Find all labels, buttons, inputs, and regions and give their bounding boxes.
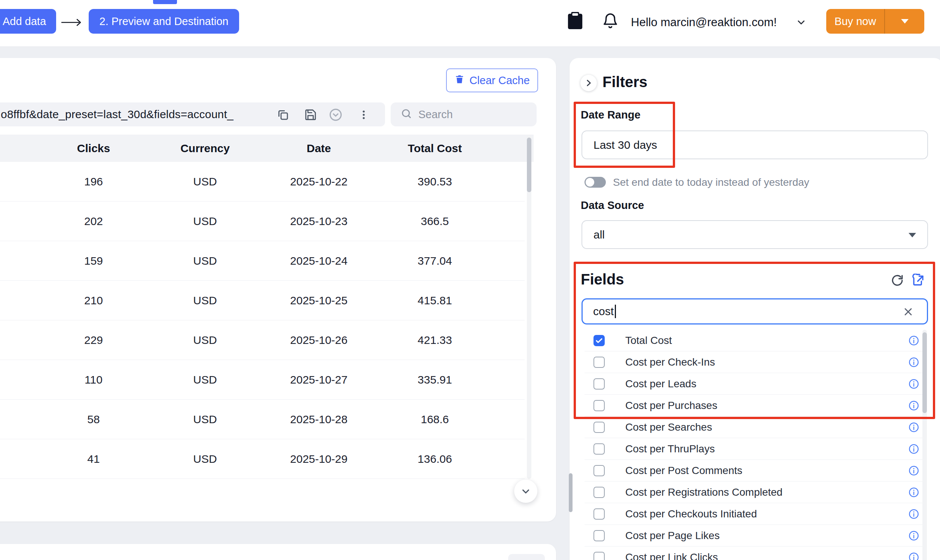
collapse-panel-button[interactable] (580, 75, 597, 91)
field-checkbox[interactable] (593, 443, 605, 455)
fields-search-value: cost (593, 305, 614, 318)
field-row[interactable]: Cost per Check-Ins (585, 351, 923, 373)
field-label: Cost per Link Clicks (625, 551, 718, 560)
column-header[interactable]: Currency (168, 135, 242, 162)
text-cursor (615, 305, 616, 318)
circle-chevron-down-icon[interactable] (328, 107, 343, 122)
search-icon (400, 108, 412, 121)
field-row[interactable]: Cost per ThruPlays (585, 438, 923, 460)
fields-list: Total CostCost per Check-InsCost per Lea… (585, 330, 923, 560)
add-data-button[interactable]: Add data (0, 9, 56, 34)
end-date-toggle[interactable] (585, 177, 606, 188)
info-icon[interactable] (908, 357, 920, 368)
field-checkbox[interactable] (593, 335, 605, 346)
field-row[interactable]: Cost per Post Comments (585, 460, 923, 482)
notifications-bell-icon[interactable] (602, 12, 619, 29)
table-scrollbar-thumb[interactable] (527, 138, 531, 192)
field-row[interactable]: Cost per Link Clicks (585, 546, 923, 560)
field-checkbox[interactable] (593, 422, 605, 433)
info-icon[interactable] (908, 378, 920, 389)
field-row[interactable]: Cost per Leads (585, 373, 923, 395)
table-row[interactable]: 202USD2025-10-23366.5 (0, 202, 525, 241)
field-row[interactable]: Cost per Searches (585, 417, 923, 438)
table-cell: 421.33 (379, 320, 491, 360)
field-checkbox[interactable] (593, 552, 605, 560)
account-greeting[interactable]: Hello marcin@reaktion.com! (631, 16, 777, 29)
table-search-input[interactable]: Search (391, 102, 537, 126)
field-row[interactable]: Cost per Checkouts Initiated (585, 503, 923, 525)
date-range-input[interactable]: Last 30 days (582, 131, 928, 159)
table-row[interactable]: 41USD2025-10-29136.06 (0, 439, 525, 479)
info-icon[interactable] (908, 552, 920, 560)
buy-now-label: Buy now (826, 9, 884, 34)
copy-icon[interactable] (275, 107, 290, 122)
fields-search-input[interactable]: cost (582, 298, 928, 325)
scroll-down-button[interactable] (514, 480, 537, 503)
page-scrollbar-thumb[interactable] (569, 473, 573, 512)
fields-scrollbar-thumb[interactable] (922, 332, 927, 413)
table-row[interactable]: 58USD2025-10-28168.6 (0, 400, 525, 439)
filters-title: Filters (602, 74, 647, 91)
table-cell: USD (168, 439, 242, 479)
save-icon[interactable] (303, 107, 318, 122)
field-row[interactable]: Cost per Purchases (585, 395, 923, 417)
end-date-toggle-label: Set end date to today instead of yesterd… (613, 177, 809, 188)
field-label: Cost per Purchases (625, 400, 717, 412)
field-checkbox[interactable] (593, 530, 605, 541)
column-header[interactable]: Clicks (19, 135, 168, 162)
info-icon[interactable] (908, 465, 920, 476)
kebab-menu-icon[interactable] (356, 107, 371, 122)
buy-now-dropdown[interactable] (885, 9, 924, 34)
table-cell: 168.6 (379, 400, 491, 439)
table-row[interactable]: 110USD2025-10-27335.91 (0, 360, 525, 400)
field-checkbox[interactable] (593, 487, 605, 498)
step-preview-destination-button[interactable]: 2. Preview and Destination (89, 9, 239, 34)
account-menu-chevron-icon[interactable] (796, 17, 807, 28)
table-cell: 202 (19, 202, 168, 241)
step-arrow-icon (61, 17, 83, 28)
table-row[interactable]: 196USD2025-10-22390.53 (0, 162, 525, 202)
destination-card-control[interactable] (508, 554, 545, 560)
field-checkbox[interactable] (593, 465, 605, 476)
external-link-icon[interactable] (912, 274, 925, 287)
table-row[interactable]: 229USD2025-10-26421.33 (0, 320, 525, 360)
query-url-text: o8ffbf&date_preset=last_30d&fields=accou… (1, 108, 233, 121)
info-icon[interactable] (908, 530, 920, 541)
column-header[interactable]: Date (263, 135, 375, 162)
table-cell: 110 (19, 360, 168, 400)
field-row[interactable]: Cost per Registrations Completed (585, 482, 923, 503)
field-label: Cost per Checkouts Initiated (625, 508, 757, 520)
field-checkbox[interactable] (593, 378, 605, 389)
info-icon[interactable] (908, 443, 920, 455)
column-header[interactable]: Total Cost (379, 135, 491, 162)
table-cell: 136.06 (379, 439, 491, 479)
table-cell: USD (168, 281, 242, 320)
table-cell: 377.04 (379, 241, 491, 281)
info-icon[interactable] (908, 508, 920, 520)
table-row[interactable]: 210USD2025-10-25415.81 (0, 281, 525, 320)
table-row[interactable]: 159USD2025-10-24377.04 (0, 241, 525, 281)
refresh-icon[interactable] (891, 274, 904, 287)
top-bar: Add data 2. Preview and Destination Hell… (0, 0, 940, 47)
info-icon[interactable] (908, 422, 920, 433)
info-icon[interactable] (908, 487, 920, 498)
field-row[interactable]: Cost per Page Likes (585, 525, 923, 546)
field-row[interactable]: Total Cost (585, 330, 923, 351)
table-header-row: ClicksCurrencyDateTotal Cost (0, 135, 534, 162)
info-icon[interactable] (908, 400, 920, 411)
clear-cache-button[interactable]: Clear Cache (446, 68, 538, 92)
info-icon[interactable] (908, 335, 920, 346)
field-checkbox[interactable] (593, 400, 605, 411)
field-checkbox[interactable] (593, 357, 605, 368)
table-body: 196USD2025-10-22390.53202USD2025-10-2336… (0, 162, 534, 479)
clear-search-icon[interactable] (902, 306, 914, 318)
data-source-select[interactable]: all (582, 220, 928, 249)
clipboard-icon[interactable] (566, 10, 584, 30)
table-cell: 196 (19, 162, 168, 202)
table-cell: 2025-10-28 (263, 400, 375, 439)
buy-now-button[interactable]: Buy now (826, 9, 924, 34)
table-cell: 229 (19, 320, 168, 360)
query-url-field[interactable]: o8ffbf&date_preset=last_30d&fields=accou… (0, 102, 385, 126)
data-source-value: all (593, 228, 605, 241)
field-checkbox[interactable] (593, 508, 605, 520)
